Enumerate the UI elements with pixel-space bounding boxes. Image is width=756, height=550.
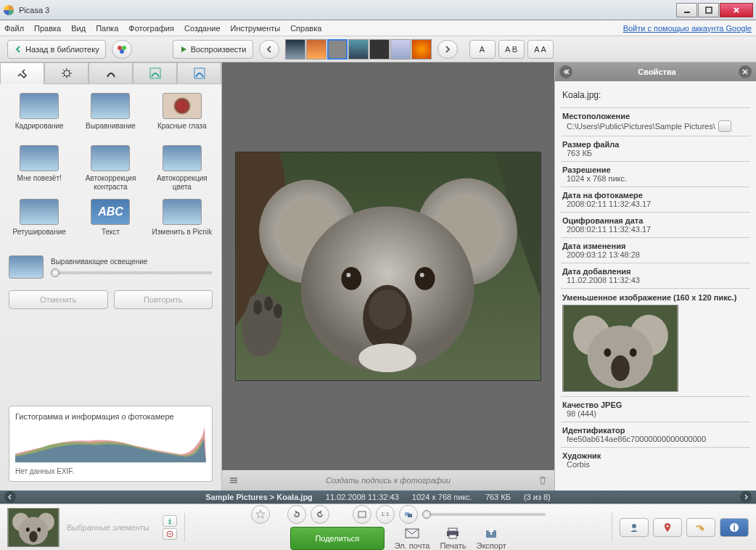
tool-3[interactable]: Мне повезёт!	[6, 145, 73, 192]
close-button[interactable]	[720, 3, 753, 17]
collapse-properties-icon[interactable]	[559, 65, 572, 78]
tab-effects[interactable]	[89, 62, 133, 84]
fit-button[interactable]	[353, 505, 371, 524]
view-single-button[interactable]: A	[469, 40, 496, 59]
play-slideshow-button[interactable]: Воспроизвести	[173, 40, 253, 59]
property-key: Дата на фотокамере	[562, 191, 749, 200]
thumb-1[interactable]	[285, 39, 305, 59]
pin-hold-button[interactable]	[163, 515, 177, 527]
property-value: 1024 x 768 пикс.	[562, 174, 749, 183]
export-button[interactable]: Экспорт	[477, 527, 506, 550]
svg-point-54	[698, 526, 699, 528]
tool-6[interactable]: Ретуширование	[6, 199, 73, 244]
star-button[interactable]	[251, 505, 270, 524]
tool-0[interactable]: Кадрирование	[6, 93, 73, 138]
thumb-4[interactable]	[348, 39, 369, 59]
tool-2[interactable]: Красные глаза	[149, 93, 215, 138]
svg-point-21	[358, 343, 416, 372]
status-next-icon[interactable]	[740, 491, 752, 503]
property-key: Художник	[562, 451, 749, 460]
next-photo-button[interactable]	[437, 40, 458, 59]
tab-tuning[interactable]	[44, 62, 89, 84]
thumb-2[interactable]	[306, 39, 326, 59]
google-login-link[interactable]: Войти с помощью аккаунта Google	[623, 24, 752, 33]
email-button[interactable]: Эл. почта	[395, 527, 430, 550]
status-prev-icon[interactable]	[4, 491, 16, 503]
menubar: ФайлПравкаВидПапкаФотографияСозданиеИнст…	[0, 20, 756, 36]
tray-thumbnail[interactable]	[7, 508, 59, 547]
tab-effects2[interactable]	[133, 62, 177, 84]
caption-trash-icon[interactable]	[534, 472, 551, 488]
prev-photo-button[interactable]	[259, 40, 279, 59]
tool-5[interactable]: Автокоррекция цвета	[149, 145, 215, 192]
people-tag-button[interactable]	[620, 518, 649, 537]
zoom-slider[interactable]	[422, 510, 546, 519]
maximize-button[interactable]	[698, 3, 719, 17]
tool-thumb-5	[163, 145, 202, 171]
property-key: Оцифрованная дата	[562, 216, 749, 225]
redo-button[interactable]: Повторить	[114, 290, 213, 309]
caption-menu-icon[interactable]	[225, 472, 242, 488]
back-to-library-button[interactable]: Назад в библиотеку	[7, 40, 106, 59]
actual-size-button[interactable]: 1:1	[376, 505, 395, 524]
edit-tabs	[0, 62, 221, 84]
open-folder-button[interactable]	[718, 120, 731, 132]
rotate-left-button[interactable]	[287, 505, 306, 524]
main-image[interactable]	[235, 152, 541, 381]
svg-point-23	[264, 297, 273, 311]
menu-item-6[interactable]: Инструменты	[231, 24, 281, 33]
svg-rect-46	[408, 514, 412, 517]
svg-rect-50	[449, 535, 456, 538]
svg-point-5	[120, 49, 124, 54]
menu-item-2[interactable]: Вид	[71, 24, 86, 33]
tool-label-4: Автокоррекция контраста	[77, 174, 144, 192]
menu-item-4[interactable]: Фотография	[128, 24, 174, 33]
property-row: Дата изменения2009:03:12 13:48:28	[561, 237, 750, 263]
thumb-3-selected[interactable]	[327, 39, 348, 59]
thumb-5[interactable]	[369, 39, 390, 59]
tool-4[interactable]: Автокоррекция контраста	[77, 145, 144, 192]
undo-button[interactable]: Отменить	[9, 290, 108, 309]
color-wheel-button[interactable]	[112, 40, 132, 59]
tag-button[interactable]	[686, 518, 715, 537]
tool-7[interactable]: ABCТекст	[77, 199, 144, 244]
tab-effects3[interactable]	[177, 62, 221, 84]
menu-item-7[interactable]: Справка	[290, 24, 321, 33]
svg-point-32	[604, 348, 611, 357]
histogram-title: Гистограмма и информация о фотокамере	[15, 412, 206, 421]
share-button[interactable]: Поделиться	[290, 527, 385, 550]
svg-point-24	[274, 304, 282, 319]
rotate-right-button[interactable]	[311, 505, 329, 524]
property-key: Дата добавления	[562, 267, 749, 276]
svg-point-4	[122, 46, 126, 50]
menu-item-0[interactable]: Файл	[4, 24, 24, 33]
minimize-button[interactable]	[676, 3, 697, 17]
view-ab-button[interactable]: A B	[498, 40, 525, 59]
svg-point-41	[29, 530, 38, 541]
tool-label-1: Выравнивание	[86, 122, 136, 138]
tab-basic-fixes[interactable]	[0, 62, 44, 84]
thumb-6[interactable]	[390, 39, 411, 59]
print-button[interactable]: Печать	[440, 527, 466, 550]
pin-clear-button[interactable]	[163, 528, 177, 540]
menu-item-3[interactable]: Папка	[96, 24, 118, 33]
property-key: Дата изменения	[562, 242, 749, 250]
filllight-slider[interactable]	[51, 268, 213, 277]
menu-item-5[interactable]: Создание	[184, 24, 221, 33]
property-value: 2008:02:11 11:32:43.17	[562, 200, 749, 208]
geotag-button[interactable]	[653, 518, 682, 537]
tool-8[interactable]: Изменить в Picnik	[149, 199, 215, 244]
caption-input[interactable]	[279, 476, 497, 485]
svg-point-22	[253, 300, 262, 315]
zoom-mode-button[interactable]	[399, 505, 418, 524]
property-key: Размер файла	[562, 140, 749, 149]
svg-rect-25	[230, 477, 237, 479]
tool-1[interactable]: Выравнивание	[77, 93, 144, 138]
close-properties-icon[interactable]	[739, 65, 752, 78]
menu-item-1[interactable]: Правка	[34, 24, 61, 33]
property-key: Разрешение	[562, 165, 749, 174]
property-row: ХудожникCorbis	[561, 447, 750, 472]
thumb-7[interactable]	[411, 39, 432, 59]
view-aa-button[interactable]: A A	[527, 40, 554, 59]
info-button[interactable]: i	[720, 518, 749, 537]
